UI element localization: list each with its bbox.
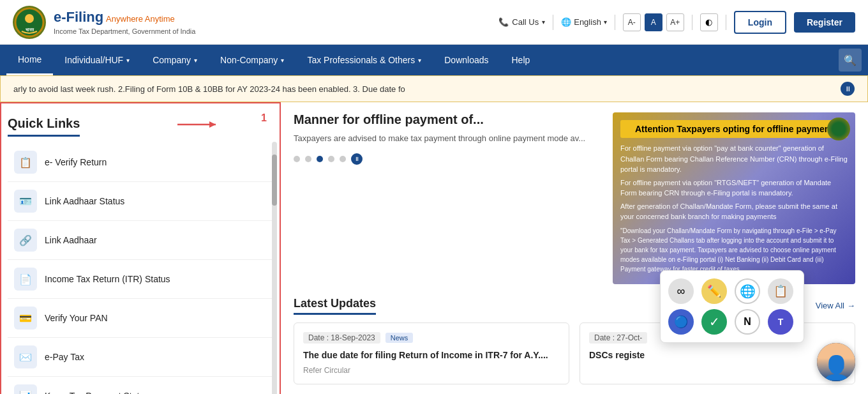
scrollbar[interactable] <box>272 142 277 394</box>
quick-link-know-tax-payment[interactable]: 📊 Know Tax Payment Status <box>8 377 273 394</box>
quick-link-verify-pan[interactable]: 💳 Verify Your PAN <box>8 299 273 338</box>
call-us-button[interactable]: 📞 Call Us ▾ <box>498 17 545 27</box>
banner-note: "Download your Challan/Mandate Form by n… <box>620 226 848 274</box>
logo-subtitle: Income Tax Department, Government of Ind… <box>54 27 195 36</box>
ext-icon-bluetooth[interactable]: 🔵 <box>668 309 694 335</box>
quick-link-e-verify-return[interactable]: 📋 e- Verify Return <box>8 143 273 182</box>
globe-icon: 🌐 <box>561 17 571 27</box>
avatar-image: 👤 <box>817 343 855 381</box>
quick-link-link-aadhaar-status[interactable]: 🪪 Link Aadhaar Status <box>8 182 273 221</box>
svg-text:भारत: भारत <box>26 27 34 32</box>
carousel-dot-5[interactable] <box>340 156 346 162</box>
font-increase-button[interactable]: A+ <box>666 13 684 31</box>
ext-icon-clipboard[interactable]: 📋 <box>768 278 793 304</box>
nav-help[interactable]: Help <box>500 45 542 75</box>
right-content: Manner for offline payment of... Taxpaye… <box>281 102 868 394</box>
font-decrease-button[interactable]: A- <box>623 13 641 31</box>
view-all-arrow-icon: → <box>847 301 855 310</box>
scrollbar-thumb[interactable] <box>272 155 277 206</box>
login-button[interactable]: Login <box>734 11 786 34</box>
quick-link-epay-tax[interactable]: ✉️ e-Pay Tax <box>8 338 273 377</box>
logo-text: e-Filing Anywhere Anytime Income Tax Dep… <box>54 8 195 36</box>
header: भारत e-Filing Anywhere Anytime Income Ta… <box>0 0 868 45</box>
ext-icon-pencil[interactable]: ✏️ <box>701 278 727 304</box>
nav-help-label: Help <box>512 55 530 65</box>
step-1-label: 1 <box>261 112 267 124</box>
divider-4 <box>726 15 726 30</box>
ticker-text: arly to avoid last week rush. 2.Filing o… <box>13 84 405 94</box>
font-normal-button[interactable]: A <box>645 13 662 31</box>
card-1-title: The due date for filing Return of Income… <box>303 349 560 362</box>
quick-links-title: Quick Links <box>8 116 80 137</box>
epay-tax-icon: ✉️ <box>14 345 37 368</box>
nav-tax-professionals-label: Tax Professionals & Others <box>307 55 415 65</box>
epay-tax-label: e-Pay Tax <box>45 352 84 362</box>
extension-popup: ∞ ✏️ 🌐 📋 🔵 ✓ N T <box>660 270 804 343</box>
nav-company-chevron: ▾ <box>194 57 197 64</box>
update-card-1: Date : 18-Sep-2023 News The due date for… <box>294 322 569 384</box>
contrast-button[interactable]: ◐ <box>700 13 718 31</box>
carousel-pause-button[interactable]: ⏸ <box>351 153 363 165</box>
link-aadhaar-icon: 🔗 <box>14 229 37 252</box>
banner-title: Manner for offline payment of... <box>294 112 602 127</box>
contrast-icon: ◐ <box>705 17 712 27</box>
banner-bullet-2: For offline payment via option "RTGS/NEF… <box>620 178 848 199</box>
quick-link-link-aadhaar[interactable]: 🔗 Link Aadhaar <box>8 221 273 260</box>
avatar-person-icon: 👤 <box>822 354 851 381</box>
banner-img-header: Attention Taxpayers opting for offline p… <box>620 120 848 138</box>
lang-chevron-icon: ▾ <box>604 19 607 26</box>
know-tax-payment-label: Know Tax Payment Status <box>45 391 149 394</box>
itr-status-label: Income Tax Return (ITR) Status <box>45 274 170 284</box>
ext-icon-chrome[interactable]: 🌐 <box>735 278 760 304</box>
help-avatar[interactable]: 👤 <box>817 343 855 381</box>
nav-home[interactable]: Home <box>6 45 53 75</box>
card-1-date: Date : 18-Sep-2023 <box>303 332 380 344</box>
e-verify-icon: 📋 <box>14 151 37 174</box>
arrow-annotation <box>171 115 222 136</box>
banner-emblem <box>827 117 850 140</box>
search-button[interactable]: 🔍 <box>839 49 862 72</box>
nav-company[interactable]: Company ▾ <box>141 45 209 75</box>
banner-description: Taxpayers are advised to make tax paymen… <box>294 132 602 146</box>
nav-non-company-label: Non-Company <box>220 55 278 65</box>
carousel-dot-4[interactable] <box>328 156 334 162</box>
divider-2 <box>615 15 615 30</box>
ext-icon-infinity[interactable]: ∞ <box>668 278 694 304</box>
language-button[interactable]: 🌐 English ▾ <box>561 17 607 27</box>
nav-home-label: Home <box>18 54 41 64</box>
view-all-button[interactable]: View All → <box>816 301 855 310</box>
banner-area: Manner for offline payment of... Taxpaye… <box>281 102 868 294</box>
carousel-dot-1[interactable] <box>294 156 300 162</box>
phone-icon: 📞 <box>498 17 509 27</box>
latest-updates-title: Latest Updates <box>294 297 376 315</box>
ext-icon-notion[interactable]: N <box>735 309 760 335</box>
nav-individual-huf[interactable]: Individual/HUF ▾ <box>53 45 141 75</box>
ext-icon-teams[interactable]: T <box>768 309 793 335</box>
nav-non-company[interactable]: Non-Company ▾ <box>209 45 296 75</box>
banner-bullet-1: For offline payment via option "pay at b… <box>620 143 848 175</box>
register-button[interactable]: Register <box>794 12 855 33</box>
call-chevron-icon: ▾ <box>542 19 545 26</box>
carousel-dot-3[interactable] <box>317 156 323 162</box>
svg-marker-3 <box>209 121 216 128</box>
ticker-bar: arly to avoid last week rush. 2.Filing o… <box>0 75 868 102</box>
nav-tax-professionals[interactable]: Tax Professionals & Others ▾ <box>296 45 433 75</box>
card-2-date: Date : 27-Oct- <box>589 332 647 344</box>
card-1-link[interactable]: Refer Circular <box>303 366 560 375</box>
verify-pan-icon: 💳 <box>14 307 37 330</box>
nav-downloads-label: Downloads <box>444 55 488 65</box>
nav-individual-label: Individual/HUF <box>64 55 123 65</box>
nav-company-label: Company <box>153 55 191 65</box>
nav-non-company-chevron: ▾ <box>281 57 284 64</box>
search-icon: 🔍 <box>844 54 857 66</box>
carousel-dot-2[interactable] <box>305 156 311 162</box>
logo-efiling: e-Filing Anywhere Anytime <box>54 8 195 27</box>
card-1-meta: Date : 18-Sep-2023 News <box>303 332 560 344</box>
logo-area: भारत e-Filing Anywhere Anytime Income Ta… <box>13 6 195 39</box>
link-aadhaar-label: Link Aadhaar <box>45 235 97 245</box>
nav-downloads[interactable]: Downloads <box>433 45 500 75</box>
quick-link-itr-status[interactable]: 📄 Income Tax Return (ITR) Status <box>8 260 273 299</box>
ticker-pause-button[interactable]: ⏸ <box>841 82 855 96</box>
banner-bullet-3: After generation of Challan/Mandate Form… <box>620 201 848 222</box>
ext-icon-green-check[interactable]: ✓ <box>701 309 727 335</box>
